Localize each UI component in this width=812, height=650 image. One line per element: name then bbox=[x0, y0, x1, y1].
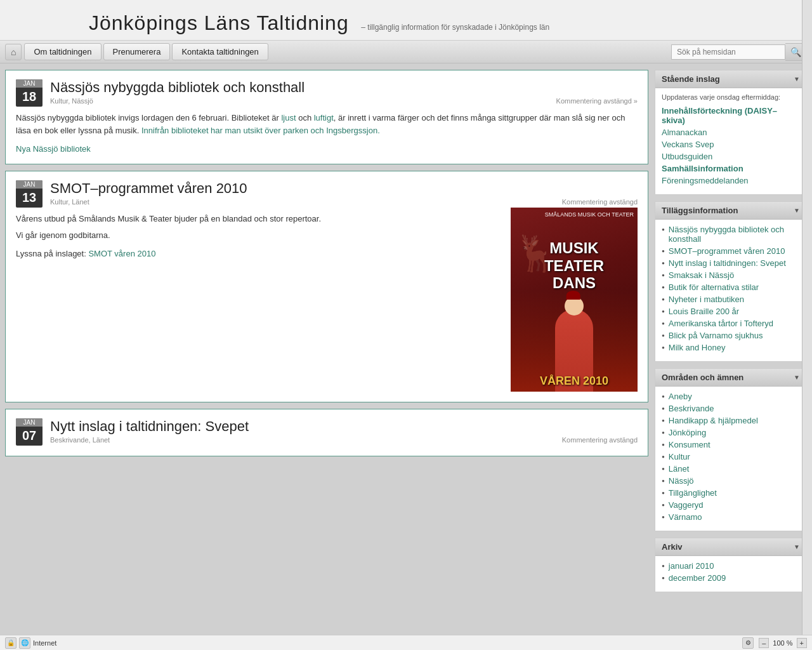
internet-icon: 🌐 bbox=[19, 637, 30, 649]
scrollbar-right[interactable] bbox=[802, 0, 812, 635]
zoom-box: – 100 % + bbox=[759, 638, 807, 648]
area-link-2[interactable]: Handikapp & hjälpmedel bbox=[669, 416, 758, 425]
article-3: Jan 07 Nytt inslag i taltidningen: Svepe… bbox=[5, 409, 648, 456]
article-2-category: Kultur, Länet bbox=[50, 198, 89, 206]
article-2-image: SMÅLANDS MUSIK OCH TEATER 🦌 MUSIKTEATERD… bbox=[511, 208, 638, 392]
area-link-9[interactable]: Vaggeryd bbox=[669, 500, 704, 510]
nav-prenumerera[interactable]: Prenumerera bbox=[103, 43, 171, 60]
article-3-date: Jan 07 bbox=[16, 418, 43, 446]
additional-body: Nässjös nybyggda bibliotek och konsthall… bbox=[655, 220, 806, 361]
search-box: 🔍 bbox=[671, 43, 807, 61]
sidebar-standing: Stående inslag ▼ Uppdateras varje onsdag… bbox=[655, 70, 807, 195]
area-link-5[interactable]: Kultur bbox=[669, 452, 690, 461]
update-text: Uppdateras varje onsdag eftermiddag: bbox=[662, 93, 800, 101]
article-1-title: Nässjös nybyggda bibliotek och konsthall bbox=[50, 79, 638, 96]
additional-list: Nässjös nybyggda bibliotek och konsthall… bbox=[662, 225, 800, 352]
archive-body: januari 2010 december 2009 bbox=[655, 556, 806, 592]
area-link-1[interactable]: Beskrivande bbox=[669, 404, 714, 413]
area-link-7[interactable]: Nässjö bbox=[669, 476, 694, 486]
nav-kontakta[interactable]: Kontakta taltidningen bbox=[172, 43, 268, 60]
site-header: Jönköpings Läns Taltidning – tillgänglig… bbox=[0, 0, 812, 41]
add-item-8: Blick på Varnamo sjukhus bbox=[662, 331, 800, 340]
article-2-p2: Vi går igenom godbitarna. bbox=[16, 229, 501, 242]
link-ljust[interactable]: ljust bbox=[281, 113, 296, 123]
link-luftigt[interactable]: luftigt bbox=[314, 113, 334, 123]
smot-logo: SMÅLANDS MUSIK OCH TEATER bbox=[545, 211, 634, 218]
area-link-8[interactable]: Tillgänglighet bbox=[669, 488, 717, 498]
link-utsikt[interactable]: Innifrån biblioteket har man utsikt över… bbox=[141, 126, 380, 135]
area-link-4[interactable]: Konsument bbox=[669, 440, 710, 449]
area-1: Beskrivande bbox=[662, 404, 800, 413]
settings-icon[interactable]: ⚙ bbox=[742, 637, 754, 649]
area-2: Handikapp & hjälpmedel bbox=[662, 416, 800, 425]
archive-1: december 2009 bbox=[662, 573, 800, 583]
add-link-3[interactable]: Smaksak i Nässjö bbox=[669, 270, 734, 280]
areas-body: Aneby Beskrivande Handikapp & hjälpmedel… bbox=[655, 387, 806, 531]
add-item-1: SMOT–programmet våren 2010 bbox=[662, 246, 800, 256]
article-1-paragraph: Nässjös nybyggda bibliotek invigs lordag… bbox=[16, 112, 638, 136]
zoom-out-button[interactable]: – bbox=[759, 638, 769, 648]
status-right: ⚙ – 100 % + bbox=[742, 637, 807, 649]
standing-link-5[interactable]: Föreningsmeddelanden bbox=[662, 176, 800, 185]
standing-link-1[interactable]: Almanackan bbox=[662, 128, 800, 137]
smot-image-inner: SMÅLANDS MUSIK OCH TEATER 🦌 MUSIKTEATERD… bbox=[511, 208, 638, 392]
article-3-title: Nytt inslag i taltidningen: Svepet bbox=[50, 418, 638, 435]
area-7: Nässjö bbox=[662, 476, 800, 486]
archive-link-0[interactable]: januari 2010 bbox=[669, 561, 714, 571]
area-10: Värnamo bbox=[662, 512, 800, 522]
sidebar-archive-header: Arkiv ▼ bbox=[655, 538, 806, 556]
add-item-0: Nässjös nybyggda bibliotek och konsthall bbox=[662, 225, 800, 244]
article-2-title: SMOT–programmet våren 2010 bbox=[50, 180, 638, 197]
article-3-category: Beskrivande, Länet bbox=[50, 436, 110, 444]
sidebar-areas-header: Områden och ämnen ▼ bbox=[655, 369, 806, 387]
zoom-level: 100 % bbox=[770, 639, 795, 647]
standing-link-3[interactable]: Utbudsguiden bbox=[662, 152, 800, 161]
add-link-7[interactable]: Amerikanska tårtor i Tofteryd bbox=[669, 319, 773, 328]
add-link-8[interactable]: Blick på Varnamo sjukhus bbox=[669, 331, 763, 340]
area-link-0[interactable]: Aneby bbox=[669, 392, 692, 401]
search-input[interactable] bbox=[671, 44, 785, 60]
add-link-2[interactable]: Nytt inslag i taltidningen: Svepet bbox=[669, 258, 786, 268]
sidebar-standing-header: Stående inslag ▼ bbox=[655, 70, 806, 88]
standing-link-0[interactable]: Innehållsförteckning (DAISY–skiva) bbox=[662, 106, 800, 125]
standing-arrow[interactable]: ▼ bbox=[794, 76, 800, 83]
article-3-month: Jan bbox=[16, 418, 43, 427]
sidebar-areas: Områden och ämnen ▼ Aneby Beskrivande Ha… bbox=[655, 368, 807, 531]
archive-link-1[interactable]: december 2009 bbox=[669, 573, 726, 583]
areas-arrow[interactable]: ▼ bbox=[794, 374, 800, 381]
area-link-10[interactable]: Värnamo bbox=[669, 512, 702, 522]
add-item-3: Smaksak i Nässjö bbox=[662, 270, 800, 280]
article-2-header-row: Jan 13 SMOT–programmet våren 2010 Kultur… bbox=[16, 180, 638, 208]
add-item-5: Nyheter i matbutiken bbox=[662, 295, 800, 304]
area-link-6[interactable]: Länet bbox=[669, 464, 690, 474]
nav-om[interactable]: Om taltidningen bbox=[24, 43, 101, 60]
home-button[interactable]: ⌂ bbox=[5, 44, 22, 60]
area-9: Vaggeryd bbox=[662, 500, 800, 510]
article-1-link[interactable]: Nya Nässjö bibliotek bbox=[16, 144, 638, 154]
add-link-5[interactable]: Nyheter i matbutiken bbox=[669, 295, 744, 304]
area-3: Jönköping bbox=[662, 428, 800, 437]
sidebar-additional-header: Tilläggsinformation ▼ bbox=[655, 202, 806, 220]
add-link-4[interactable]: Butik för alternativa stilar bbox=[669, 282, 759, 292]
articles-list: Jan 18 Nässjös nybyggda bibliotek och ko… bbox=[5, 70, 648, 592]
standing-link-2[interactable]: Veckans Svep bbox=[662, 140, 800, 149]
zoom-in-button[interactable]: + bbox=[797, 638, 807, 648]
article-1-day: 18 bbox=[22, 90, 36, 103]
additional-arrow[interactable]: ▼ bbox=[794, 207, 800, 214]
add-item-7: Amerikanska tårtor i Tofteryd bbox=[662, 319, 800, 328]
sidebar-archive: Arkiv ▼ januari 2010 december 2009 bbox=[655, 538, 807, 592]
article-2-title-meta: SMOT–programmet våren 2010 Kultur, Länet… bbox=[50, 180, 638, 206]
add-link-6[interactable]: Louis Braille 200 år bbox=[669, 307, 739, 316]
security-icon: 🔒 bbox=[5, 637, 16, 649]
article-3-title-meta: Nytt inslag i taltidningen: Svepet Beskr… bbox=[50, 418, 638, 444]
standing-link-4[interactable]: Samhällsinformation bbox=[662, 164, 800, 173]
areas-list: Aneby Beskrivande Handikapp & hjälpmedel… bbox=[662, 392, 800, 522]
smot-link[interactable]: SMOT våren 2010 bbox=[88, 249, 155, 258]
article-2-comment: Kommentering avstängd bbox=[562, 198, 638, 206]
archive-arrow[interactable]: ▼ bbox=[794, 543, 800, 550]
add-link-9[interactable]: Milk and Honey bbox=[669, 343, 726, 352]
add-link-1[interactable]: SMOT–programmet våren 2010 bbox=[669, 246, 785, 256]
area-link-3[interactable]: Jönköping bbox=[669, 428, 706, 437]
add-item-6: Louis Braille 200 år bbox=[662, 307, 800, 316]
add-link-0[interactable]: Nässjös nybyggda bibliotek och konsthall bbox=[669, 225, 800, 244]
